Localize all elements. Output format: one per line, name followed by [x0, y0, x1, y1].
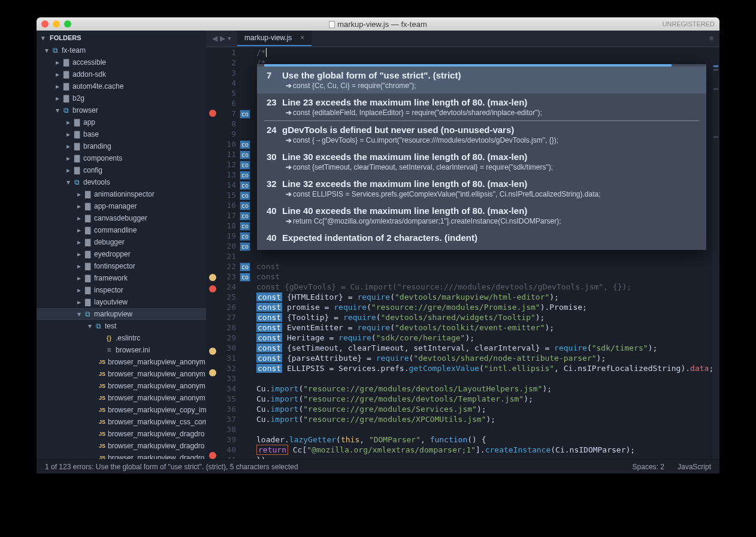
- tree-item[interactable]: ▸▇base: [37, 128, 206, 140]
- lint-dot-icon[interactable]: [209, 348, 216, 355]
- code-line[interactable]: return Cc["@mozilla.org/xmlextras/dompar…: [253, 445, 719, 455]
- line-number[interactable]: 6: [219, 98, 236, 108]
- line-number[interactable]: 39: [219, 435, 236, 445]
- line-number[interactable]: 7: [219, 108, 236, 119]
- tree-item[interactable]: ▾⧉fx-team: [37, 44, 206, 56]
- line-number[interactable]: 9: [219, 129, 236, 139]
- tree-item[interactable]: ▸▇canvasdebugger: [37, 212, 206, 224]
- code-line[interactable]: const: [253, 261, 719, 271]
- code-line[interactable]: });: [253, 455, 719, 459]
- lint-item[interactable]: 40Expected indentation of 2 characters. …: [257, 229, 706, 246]
- lint-item[interactable]: 23Line 23 exceeds the maximum line lengt…: [257, 93, 706, 120]
- folders-header[interactable]: ▾FOLDERS: [37, 34, 206, 44]
- minimap[interactable]: [712, 64, 719, 459]
- line-number[interactable]: 21: [219, 251, 236, 261]
- line-number[interactable]: 25: [219, 292, 236, 302]
- line-number[interactable]: 34: [219, 384, 236, 394]
- line-number[interactable]: 31: [219, 353, 236, 363]
- line-number[interactable]: 13: [219, 170, 236, 180]
- code-line[interactable]: const {gDevTools} = Cu.import("resource:…: [253, 282, 719, 292]
- line-number[interactable]: 20: [219, 241, 236, 251]
- tree-item[interactable]: ▸▇fontinspector: [37, 260, 206, 272]
- tree-item[interactable]: ▸▇layoutview: [37, 296, 206, 308]
- lint-dot-icon[interactable]: [209, 369, 216, 376]
- tree-item[interactable]: ▸▇accessible: [37, 56, 206, 68]
- line-number[interactable]: 5: [219, 88, 236, 98]
- line-number[interactable]: 37: [219, 414, 236, 424]
- tree-item[interactable]: ≡browser.ini: [37, 344, 206, 356]
- tree-item[interactable]: ▸▇inspector: [37, 284, 206, 296]
- line-number[interactable]: 18: [219, 221, 236, 231]
- line-number[interactable]: 3: [219, 68, 236, 78]
- line-number[interactable]: 29: [219, 333, 236, 343]
- tree-item[interactable]: JSbrowser_markupview_css_com: [37, 416, 206, 428]
- code-line[interactable]: const {Tooltip} = require("devtools/shar…: [253, 312, 719, 322]
- tree-item[interactable]: {}.eslintrc: [37, 332, 206, 344]
- tree-item[interactable]: JSbrowser_markupview_dragdro: [37, 452, 206, 459]
- tab-close-icon[interactable]: ×: [300, 34, 304, 42]
- code-line[interactable]: const promise = require("resource://gre/…: [253, 302, 719, 312]
- tree-item[interactable]: ▸▇framework: [37, 272, 206, 284]
- tree-item[interactable]: ▾⧉test: [37, 320, 206, 332]
- lint-item[interactable]: 24gDevTools is defined but never used (n…: [257, 121, 706, 148]
- line-number[interactable]: 11: [219, 149, 236, 159]
- tree-item[interactable]: ▾⧉browser: [37, 104, 206, 116]
- tree-item[interactable]: ▸▇branding: [37, 140, 206, 152]
- status-language[interactable]: JavaScript: [678, 463, 711, 471]
- sidebar[interactable]: ▾FOLDERS ▾⧉fx-team▸▇accessible▸▇addon-sd…: [37, 31, 206, 459]
- line-number[interactable]: 19: [219, 231, 236, 241]
- tree-item[interactable]: ▸▇eyedropper: [37, 248, 206, 260]
- nav-down-icon[interactable]: ▾: [228, 34, 231, 43]
- code-line[interactable]: const {setTimeout, clearTimeout, setInte…: [253, 343, 719, 353]
- line-number[interactable]: 40: [219, 445, 236, 455]
- lint-dot-icon[interactable]: [209, 110, 216, 117]
- line-number[interactable]: 16: [219, 200, 236, 210]
- tab-menu-icon[interactable]: ≡: [703, 31, 719, 46]
- code-line[interactable]: const {parseAttribute} = require("devtoo…: [253, 353, 719, 363]
- lint-dot-icon[interactable]: [209, 274, 216, 281]
- line-number[interactable]: 35: [219, 394, 236, 404]
- code-line[interactable]: loader.lazyGetter(this, "DOMParser", fun…: [253, 435, 719, 445]
- line-number[interactable]: 38: [219, 424, 236, 435]
- line-number[interactable]: 14: [219, 180, 236, 190]
- tree-item[interactable]: JSbrowser_markupview_anonym: [37, 380, 206, 392]
- tree-item[interactable]: ▸▇addon-sdk: [37, 68, 206, 80]
- line-number[interactable]: 22: [219, 261, 236, 271]
- code-line[interactable]: Cu.import("resource://gre/modules/XPCOMU…: [253, 414, 719, 424]
- tree-item[interactable]: ▸▇app: [37, 116, 206, 128]
- lint-item[interactable]: 32Line 32 exceeds the maximum line lengt…: [257, 175, 706, 202]
- line-number[interactable]: 30: [219, 343, 236, 353]
- line-number[interactable]: 24: [219, 282, 236, 292]
- tree-item[interactable]: JSbrowser_markupview_anonym: [37, 368, 206, 380]
- tree-item[interactable]: ▾⧉markupview: [37, 308, 206, 320]
- code-line[interactable]: [253, 251, 719, 261]
- code-line[interactable]: Cu.import("resource://gre/modules/devtoo…: [253, 394, 719, 404]
- line-number[interactable]: 12: [219, 159, 236, 170]
- line-number[interactable]: 41: [219, 455, 236, 459]
- line-number[interactable]: 8: [219, 119, 236, 129]
- lint-item[interactable]: 40Line 40 exceeds the maximum line lengt…: [257, 202, 706, 229]
- line-number[interactable]: 36: [219, 404, 236, 414]
- line-number[interactable]: 1: [219, 47, 236, 58]
- nav-back-icon[interactable]: ◀: [212, 34, 217, 43]
- status-spaces[interactable]: Spaces: 2: [633, 463, 664, 471]
- code-line[interactable]: const Heritage = require("sdk/core/herit…: [253, 333, 719, 343]
- tree-item[interactable]: ▸▇animationinspector: [37, 188, 206, 200]
- line-number[interactable]: 23: [219, 271, 236, 282]
- tree-item[interactable]: JSbrowser_markupview_copy_im: [37, 404, 206, 416]
- code-line[interactable]: Cu.import("resource://gre/modules/Servic…: [253, 404, 719, 414]
- tree-item[interactable]: ▸▇debugger: [37, 236, 206, 248]
- line-number[interactable]: 10: [219, 139, 236, 149]
- line-number[interactable]: 28: [219, 322, 236, 333]
- code-line[interactable]: [253, 424, 719, 435]
- nav-fwd-icon[interactable]: ▶: [220, 34, 225, 43]
- line-number[interactable]: 15: [219, 190, 236, 200]
- line-number[interactable]: 27: [219, 312, 236, 322]
- tree-item[interactable]: ▸▇config: [37, 164, 206, 176]
- lint-popup[interactable]: 7Use the global form of "use strict". (s…: [257, 64, 706, 250]
- code-line[interactable]: const EventEmitter = require("devtools/t…: [253, 322, 719, 333]
- tree-item[interactable]: ▸▇commandline: [37, 224, 206, 236]
- line-number[interactable]: 26: [219, 302, 236, 312]
- lint-dot-icon[interactable]: [209, 452, 216, 459]
- code-line[interactable]: [253, 373, 719, 384]
